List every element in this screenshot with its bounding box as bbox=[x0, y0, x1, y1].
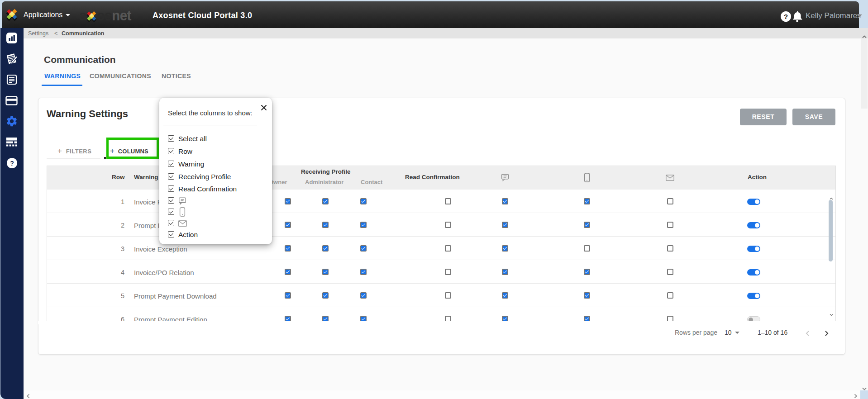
svg-text:?: ? bbox=[10, 160, 14, 167]
